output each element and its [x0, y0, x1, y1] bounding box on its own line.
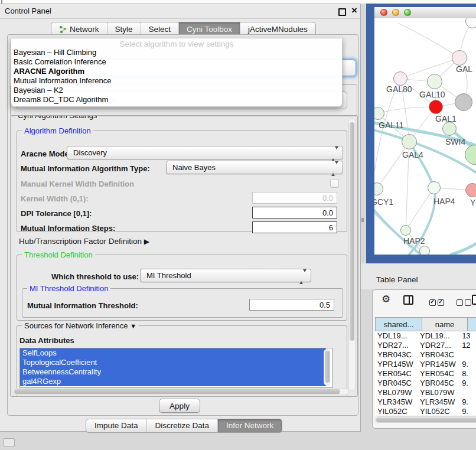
table-horizontal-scrollbar[interactable]	[375, 416, 476, 423]
which-threshold-label: Which threshold to use:	[51, 272, 139, 281]
control-panel-window: Control Panel × NetworkStyleSelectCyni T…	[0, 4, 361, 432]
network-node-y[interactable]	[465, 183, 476, 197]
table-body: YDL19...YDL19...13YDR27...YDR27...12YBR0…	[375, 331, 476, 415]
network-node-gal[interactable]	[452, 50, 467, 66]
close-traffic-light-icon[interactable]	[380, 9, 387, 16]
dpi-tolerance-label: DPI Tolerance [0,1]:	[21, 209, 92, 218]
table-row[interactable]: YBR043CYBR043C	[375, 350, 476, 360]
split-columns-icon[interactable]	[403, 295, 413, 305]
network-node[interactable]	[419, 246, 430, 255]
algorithm-dropdown-popup: Select algorithm to view settings Bayesi…	[11, 38, 343, 107]
mi-type-label: Mutual Information Algorithm Type:	[21, 164, 150, 173]
table-cell: YBR045C	[418, 379, 459, 388]
table-header: shared... name	[375, 317, 476, 331]
table-cell: YBR045C	[375, 379, 418, 388]
combo-arrows-icon	[331, 164, 338, 173]
data-attributes-list[interactable]: SelfLoopsTopologicalCoefficientBetweenne…	[19, 348, 332, 388]
kernel-width-field[interactable]: 0.0	[252, 192, 337, 204]
hub-definition-label[interactable]: Hub/Transcription Factor Definition ▶	[19, 237, 149, 246]
table-cell: YIL052C	[375, 407, 418, 415]
which-threshold-combo[interactable]: MI Threshold	[140, 269, 311, 282]
column-header-name[interactable]: name	[422, 317, 468, 331]
network-node-hap4[interactable]	[428, 181, 441, 194]
table-cell: YER054C	[375, 369, 418, 379]
threshold-definition-title: Threshold Definition	[22, 250, 95, 259]
expand-right-icon[interactable]: ▶	[144, 237, 149, 246]
mi-type-combo[interactable]: Naive Bayes	[166, 161, 343, 174]
attribute-item[interactable]: TopologicalCoefficient	[20, 358, 326, 367]
network-node-gal4[interactable]	[402, 134, 417, 149]
algorithm-option[interactable]: Dream8 DC_TDC Algorithm	[14, 95, 340, 105]
table-cell: YBL079W	[375, 388, 418, 397]
algorithm-option[interactable]: Bayesian – K2	[14, 86, 340, 95]
table-cell: 13	[459, 331, 476, 341]
algorithm-option[interactable]: Bayesian – Hill Climbing	[14, 48, 340, 57]
apply-button[interactable]: Apply	[159, 399, 200, 413]
table-cell	[459, 388, 476, 397]
table-row[interactable]: YDL19...YDL19...13	[375, 331, 476, 341]
table-cell: YLR345W	[418, 397, 459, 407]
table-row[interactable]: YER054CYER054C8.	[375, 369, 476, 379]
table-cell: 9.	[459, 397, 476, 407]
attribute-list-scrollbar[interactable]	[324, 349, 330, 386]
table-row[interactable]: YDR27...YDR27...12	[375, 341, 476, 350]
checked-columns-icon[interactable]	[429, 297, 446, 308]
mi-steps-field[interactable]: 6	[252, 221, 337, 233]
network-node-gal80[interactable]	[393, 71, 407, 86]
table-cell: 9.	[459, 407, 476, 415]
network-node-gal1[interactable]	[429, 100, 443, 114]
minimize-traffic-light-icon[interactable]	[392, 9, 399, 16]
column-header-extra[interactable]	[468, 317, 476, 331]
network-node-hap2[interactable]	[400, 225, 411, 236]
bottom-tab-discretize-data[interactable]: Discretize Data	[146, 419, 218, 432]
table-cell: YDR27...	[418, 341, 459, 350]
manual-kernel-checkbox[interactable]	[330, 179, 339, 188]
sources-title[interactable]: Sources for Network Inference ▼	[22, 321, 139, 330]
network-node-swi4[interactable]	[442, 122, 457, 136]
algorithm-option[interactable]: Mutual Information Inference	[14, 76, 340, 86]
network-node[interactable]	[465, 18, 476, 28]
algorithm-option[interactable]: Basic Correlation Inference	[14, 57, 340, 67]
table-cell: YER054C	[418, 369, 459, 379]
unchecked-columns-icon[interactable]	[457, 297, 473, 308]
network-node-gal10[interactable]	[427, 74, 442, 89]
table-cell: YBR043C	[418, 350, 459, 360]
table-cell	[459, 350, 476, 360]
network-window-titlebar[interactable]	[374, 7, 476, 19]
collapse-down-icon[interactable]: ▼	[130, 322, 136, 330]
table-row[interactable]: YIL052CYIL052C9.	[375, 407, 476, 415]
table-row[interactable]: YPR145WYPR145W9.	[375, 360, 476, 369]
settings-vertical-scrollbar[interactable]	[348, 118, 356, 391]
settings-horizontal-scrollbar[interactable]	[12, 388, 349, 395]
network-node[interactable]	[465, 145, 476, 165]
document-icon[interactable]	[472, 295, 476, 305]
table-row[interactable]: YBR045CYBR045C9.	[375, 379, 476, 388]
panel-splitter-handle[interactable]	[361, 218, 364, 222]
threshold-definition-group: Threshold Definition Which threshold to …	[17, 255, 347, 321]
bottom-tab-infer-network[interactable]: Infer Network	[217, 419, 282, 432]
zoom-traffic-light-icon[interactable]	[404, 9, 411, 16]
attribute-item[interactable]: BetweennessCentrality	[20, 367, 326, 377]
dpi-tolerance-field[interactable]: 0.0	[252, 207, 337, 219]
table-cell: YDL19...	[418, 331, 459, 341]
close-icon[interactable]: ×	[351, 5, 357, 17]
mi-threshold-field[interactable]: 0.5	[249, 299, 334, 311]
float-window-icon[interactable]	[338, 8, 346, 16]
algorithm-option[interactable]: ARACNE Algorithm	[14, 67, 340, 76]
column-header-shared[interactable]: shared...	[375, 317, 422, 331]
network-node-gal11[interactable]	[374, 107, 384, 120]
node-label: GAL11	[379, 120, 404, 130]
network-node[interactable]	[455, 93, 472, 111]
attribute-item[interactable]: gal4RGexp	[20, 377, 326, 386]
table-row[interactable]: YBL079WYBL079W	[375, 388, 476, 397]
kernel-width-label: Kernel Width (0,1):	[21, 194, 89, 203]
network-canvas[interactable]: GALGAL80GAL10GAL1GAL11SWI4GAL4GCY1HAP4YH…	[374, 18, 476, 255]
attribute-item[interactable]: SelfLoops	[20, 348, 326, 358]
bottom-tab-impute-data[interactable]: Impute Data	[86, 419, 146, 432]
table-row[interactable]: YLR345WYLR345W9.	[375, 397, 476, 407]
gear-icon[interactable]: ⚙	[382, 293, 390, 305]
bottom-left-widget[interactable]	[4, 438, 15, 447]
table-cell: 12	[459, 341, 476, 350]
aracne-mode-combo[interactable]: Discovery	[67, 146, 343, 159]
network-node-gcy1[interactable]	[374, 182, 383, 195]
